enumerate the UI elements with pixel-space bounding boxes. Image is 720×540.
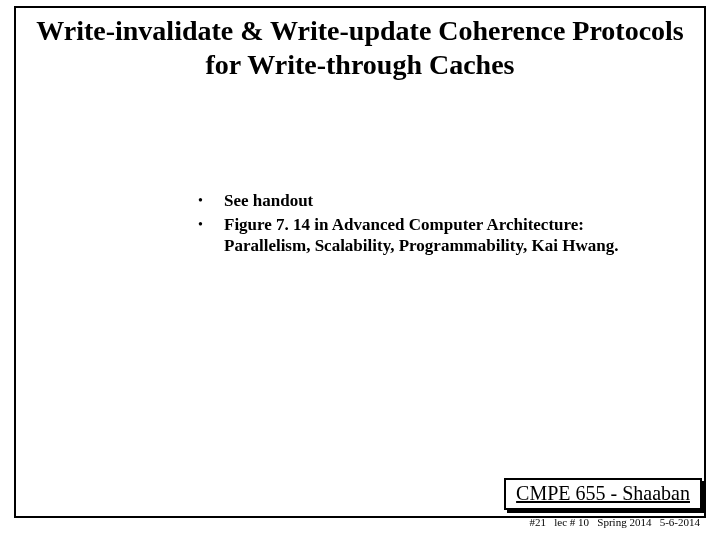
bullet-text: Figure 7. 14 in Advanced Computer Archit…: [224, 214, 626, 256]
bullet-text: See handout: [224, 190, 313, 211]
footer-course-box: CMPE 655 - Shaaban: [504, 478, 702, 510]
slide-frame: [14, 6, 706, 518]
slide-title: Write-invalidate & Write-update Coherenc…: [30, 14, 690, 81]
list-item: • See handout: [196, 190, 626, 212]
footer-meta: #21 lec # 10 Spring 2014 5-6-2014: [530, 516, 700, 528]
bullet-list: • See handout • Figure 7. 14 in Advanced…: [196, 190, 626, 258]
bullet-icon: •: [196, 214, 224, 236]
bullet-icon: •: [196, 190, 224, 212]
list-item: • Figure 7. 14 in Advanced Computer Arch…: [196, 214, 626, 256]
slide: Write-invalidate & Write-update Coherenc…: [0, 0, 720, 540]
